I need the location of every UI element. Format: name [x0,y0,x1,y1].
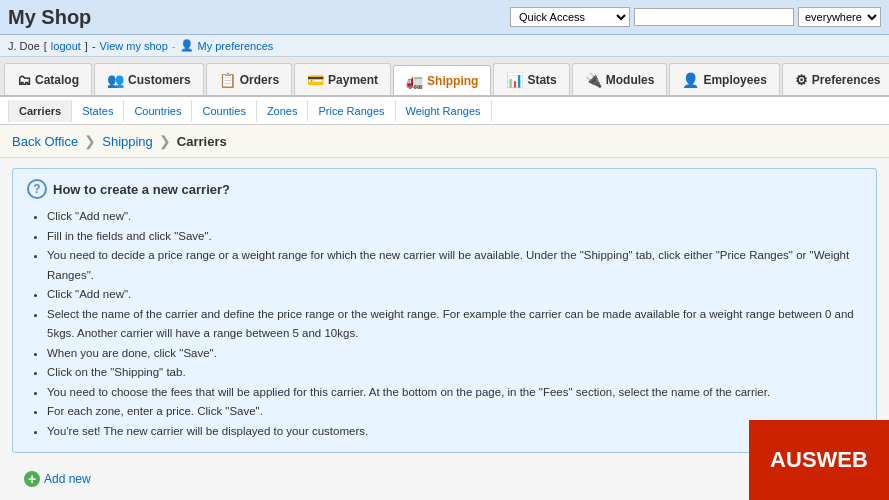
info-instruction: Click on the "Shipping" tab. [47,363,862,383]
stats-icon: 📊 [506,72,523,88]
sub-tab-price-ranges[interactable]: Price Ranges [308,100,395,122]
logout-link[interactable]: logout [51,40,81,52]
nav-tab-employees[interactable]: 👤Employees [669,63,779,95]
nav-tab-customers[interactable]: 👥Customers [94,63,204,95]
user-bar: J. Doe [ logout ] - View my shop - 👤 My … [0,35,889,57]
username-label: J. Doe [8,40,40,52]
info-box-title: How to create a new carrier? [53,182,230,197]
info-instruction: When you are done, click "Save". [47,344,862,364]
quick-access-wrapper: Quick Access [510,7,630,27]
sub-tab-zones[interactable]: Zones [257,100,309,122]
quick-access-select[interactable]: Quick Access [510,7,630,27]
catalog-icon: 🗂 [17,72,31,88]
nav-tab-label-orders: Orders [240,73,279,87]
nav-tab-modules[interactable]: 🔌Modules [572,63,668,95]
breadcrumb-item-0[interactable]: Back Office [12,134,78,149]
nav-tab-label-stats: Stats [527,73,556,87]
search-input[interactable] [634,8,794,26]
info-box-header: ? How to create a new carrier? [27,179,862,199]
nav-tab-label-preferences: Preferences [812,73,881,87]
header-right: Quick Access everywhere [510,7,881,27]
info-instruction: For each zone, enter a price. Click "Sav… [47,402,862,422]
sub-nav: CarriersStatesCountriesCountiesZonesPric… [0,97,889,125]
person-icon: 👤 [180,39,194,52]
nav-tab-label-customers: Customers [128,73,191,87]
modules-icon: 🔌 [585,72,602,88]
info-instruction: You need to decide a price range or a we… [47,246,862,285]
breadcrumb-separator-1: ❯ [84,133,96,149]
nav-tab-stats[interactable]: 📊Stats [493,63,569,95]
add-new-bar: + Add new [12,463,877,495]
add-new-label: Add new [44,472,91,486]
my-preferences-link[interactable]: My preferences [198,40,274,52]
nav-tab-label-catalog: Catalog [35,73,79,87]
info-instruction: You're set! The new carrier will be disp… [47,422,862,442]
nav-tab-orders[interactable]: 📋Orders [206,63,292,95]
nav-tab-shipping[interactable]: 🚛Shipping [393,65,491,97]
orders-icon: 📋 [219,72,236,88]
add-new-button[interactable]: + Add new [24,471,91,487]
shop-title: My Shop [8,6,91,29]
watermark: AUSWEB [749,420,889,500]
sub-tab-countries[interactable]: Countries [124,100,192,122]
app-header: My Shop Quick Access everywhere [0,0,889,35]
info-box-list: Click "Add new".Fill in the fields and c… [47,207,862,442]
preferences-icon: ⚙ [795,72,808,88]
sub-tab-weight-ranges[interactable]: Weight Ranges [396,100,492,122]
breadcrumb-separator-2: ❯ [159,133,171,149]
employees-icon: 👤 [682,72,699,88]
sub-tab-carriers[interactable]: Carriers [8,100,72,122]
nav-tab-catalog[interactable]: 🗂Catalog [4,63,92,95]
watermark-text: AUSWEB [770,447,868,473]
everywhere-select[interactable]: everywhere [798,7,881,27]
nav-tab-preferences[interactable]: ⚙Preferences [782,63,889,95]
nav-tab-label-payment: Payment [328,73,378,87]
info-box: ? How to create a new carrier? Click "Ad… [12,168,877,453]
info-instruction: Fill in the fields and click "Save". [47,227,862,247]
nav-tab-label-modules: Modules [606,73,655,87]
sub-tab-counties[interactable]: Counties [192,100,256,122]
bracket-open: [ [44,40,47,52]
nav-tab-payment[interactable]: 💳Payment [294,63,391,95]
breadcrumb-item-1[interactable]: Shipping [102,134,153,149]
breadcrumb-bar: Back Office❯Shipping❯Carriers [0,125,889,158]
separator: - [92,40,96,52]
customers-icon: 👥 [107,72,124,88]
nav-tab-label-employees: Employees [703,73,766,87]
info-instruction: Click "Add new". [47,285,862,305]
shipping-icon: 🚛 [406,73,423,89]
bracket-close: ] [85,40,88,52]
info-instruction: Select the name of the carrier and defin… [47,305,862,344]
breadcrumb-item-2: Carriers [177,134,227,149]
view-my-shop-link[interactable]: View my shop [100,40,168,52]
info-instruction: You need to choose the fees that will be… [47,383,862,403]
separator2: - [172,40,176,52]
main-nav: 🗂Catalog👥Customers📋Orders💳Payment🚛Shippi… [0,57,889,97]
sub-tab-states[interactable]: States [72,100,124,122]
nav-tab-label-shipping: Shipping [427,74,478,88]
payment-icon: 💳 [307,72,324,88]
info-instruction: Click "Add new". [47,207,862,227]
add-circle-icon: + [24,471,40,487]
info-icon: ? [27,179,47,199]
